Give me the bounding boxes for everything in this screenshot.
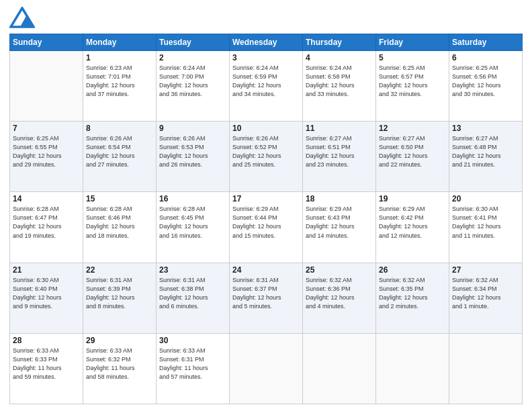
day-info: Sunrise: 6:29 AM Sunset: 6:43 PM Dayligh… bbox=[306, 205, 373, 240]
calendar-cell: 25Sunrise: 6:32 AM Sunset: 6:36 PM Dayli… bbox=[303, 263, 376, 333]
calendar-cell: 23Sunrise: 6:31 AM Sunset: 6:38 PM Dayli… bbox=[157, 263, 230, 333]
day-info: Sunrise: 6:25 AM Sunset: 6:56 PM Dayligh… bbox=[452, 64, 519, 99]
day-number: 29 bbox=[86, 336, 153, 345]
calendar-cell: 29Sunrise: 6:33 AM Sunset: 6:32 PM Dayli… bbox=[83, 333, 157, 404]
calendar-cell bbox=[10, 51, 83, 122]
day-number: 23 bbox=[159, 265, 226, 275]
day-number: 16 bbox=[159, 194, 226, 203]
calendar-cell bbox=[376, 333, 449, 404]
day-info: Sunrise: 6:26 AM Sunset: 6:53 PM Dayligh… bbox=[159, 134, 226, 169]
day-number: 7 bbox=[13, 124, 80, 133]
weekday-header-sunday: Sunday bbox=[10, 34, 83, 51]
calendar-cell: 26Sunrise: 6:32 AM Sunset: 6:35 PM Dayli… bbox=[376, 263, 449, 333]
day-number: 22 bbox=[86, 265, 153, 275]
day-number: 30 bbox=[159, 336, 226, 345]
day-number: 4 bbox=[306, 53, 373, 62]
day-info: Sunrise: 6:26 AM Sunset: 6:52 PM Dayligh… bbox=[232, 134, 300, 169]
day-number: 1 bbox=[86, 53, 153, 62]
calendar-cell bbox=[449, 333, 523, 404]
weekday-header-wednesday: Wednesday bbox=[230, 34, 303, 51]
day-info: Sunrise: 6:30 AM Sunset: 6:40 PM Dayligh… bbox=[13, 276, 80, 311]
calendar-cell: 6Sunrise: 6:25 AM Sunset: 6:56 PM Daylig… bbox=[449, 51, 523, 122]
day-number: 19 bbox=[379, 194, 446, 203]
logo-icon bbox=[9, 7, 35, 30]
day-info: Sunrise: 6:33 AM Sunset: 6:33 PM Dayligh… bbox=[13, 347, 80, 381]
weekday-header-tuesday: Tuesday bbox=[157, 34, 230, 51]
day-number: 20 bbox=[452, 194, 519, 203]
day-info: Sunrise: 6:25 AM Sunset: 6:57 PM Dayligh… bbox=[379, 64, 446, 99]
day-number: 15 bbox=[86, 194, 153, 203]
weekday-header-monday: Monday bbox=[83, 34, 157, 51]
day-number: 6 bbox=[452, 53, 519, 62]
day-number: 27 bbox=[452, 265, 519, 275]
day-info: Sunrise: 6:29 AM Sunset: 6:44 PM Dayligh… bbox=[232, 205, 300, 240]
day-info: Sunrise: 6:23 AM Sunset: 7:01 PM Dayligh… bbox=[86, 64, 153, 99]
calendar-cell: 17Sunrise: 6:29 AM Sunset: 6:44 PM Dayli… bbox=[230, 192, 303, 263]
calendar-week-row: 21Sunrise: 6:30 AM Sunset: 6:40 PM Dayli… bbox=[10, 263, 523, 333]
day-info: Sunrise: 6:27 AM Sunset: 6:51 PM Dayligh… bbox=[306, 134, 373, 169]
day-number: 24 bbox=[232, 265, 300, 275]
logo bbox=[9, 7, 38, 30]
day-number: 12 bbox=[379, 124, 446, 133]
day-info: Sunrise: 6:32 AM Sunset: 6:34 PM Dayligh… bbox=[452, 276, 519, 311]
calendar-cell: 8Sunrise: 6:26 AM Sunset: 6:54 PM Daylig… bbox=[83, 122, 157, 192]
day-number: 21 bbox=[13, 265, 80, 275]
calendar-cell: 11Sunrise: 6:27 AM Sunset: 6:51 PM Dayli… bbox=[303, 122, 376, 192]
day-number: 13 bbox=[452, 124, 519, 133]
day-number: 17 bbox=[232, 194, 300, 203]
day-info: Sunrise: 6:29 AM Sunset: 6:42 PM Dayligh… bbox=[379, 205, 446, 240]
day-number: 26 bbox=[379, 265, 446, 275]
calendar-cell: 28Sunrise: 6:33 AM Sunset: 6:33 PM Dayli… bbox=[10, 333, 83, 404]
calendar-cell: 5Sunrise: 6:25 AM Sunset: 6:57 PM Daylig… bbox=[376, 51, 449, 122]
day-info: Sunrise: 6:27 AM Sunset: 6:48 PM Dayligh… bbox=[452, 134, 519, 169]
day-info: Sunrise: 6:30 AM Sunset: 6:41 PM Dayligh… bbox=[452, 205, 519, 240]
day-info: Sunrise: 6:32 AM Sunset: 6:36 PM Dayligh… bbox=[306, 276, 373, 311]
day-number: 18 bbox=[306, 194, 373, 203]
calendar-week-row: 1Sunrise: 6:23 AM Sunset: 7:01 PM Daylig… bbox=[10, 51, 523, 122]
calendar-cell: 20Sunrise: 6:30 AM Sunset: 6:41 PM Dayli… bbox=[449, 192, 523, 263]
day-info: Sunrise: 6:28 AM Sunset: 6:45 PM Dayligh… bbox=[159, 205, 226, 240]
calendar-cell: 3Sunrise: 6:24 AM Sunset: 6:59 PM Daylig… bbox=[230, 51, 303, 122]
header bbox=[9, 7, 523, 30]
calendar-cell: 4Sunrise: 6:24 AM Sunset: 6:58 PM Daylig… bbox=[303, 51, 376, 122]
svg-marker-1 bbox=[20, 15, 34, 27]
weekday-header-row: SundayMondayTuesdayWednesdayThursdayFrid… bbox=[10, 34, 523, 51]
page: SundayMondayTuesdayWednesdayThursdayFrid… bbox=[0, 0, 532, 411]
calendar-cell: 24Sunrise: 6:31 AM Sunset: 6:37 PM Dayli… bbox=[230, 263, 303, 333]
calendar-table: SundayMondayTuesdayWednesdayThursdayFrid… bbox=[9, 34, 523, 404]
day-number: 3 bbox=[232, 53, 300, 62]
calendar-cell: 9Sunrise: 6:26 AM Sunset: 6:53 PM Daylig… bbox=[157, 122, 230, 192]
day-number: 28 bbox=[13, 336, 80, 345]
day-number: 14 bbox=[13, 194, 80, 203]
day-info: Sunrise: 6:24 AM Sunset: 6:58 PM Dayligh… bbox=[306, 64, 373, 99]
day-number: 10 bbox=[232, 124, 300, 133]
calendar-cell: 27Sunrise: 6:32 AM Sunset: 6:34 PM Dayli… bbox=[449, 263, 523, 333]
calendar-cell: 14Sunrise: 6:28 AM Sunset: 6:47 PM Dayli… bbox=[10, 192, 83, 263]
calendar-week-row: 7Sunrise: 6:25 AM Sunset: 6:55 PM Daylig… bbox=[10, 122, 523, 192]
calendar-cell: 7Sunrise: 6:25 AM Sunset: 6:55 PM Daylig… bbox=[10, 122, 83, 192]
day-info: Sunrise: 6:27 AM Sunset: 6:50 PM Dayligh… bbox=[379, 134, 446, 169]
calendar-cell: 13Sunrise: 6:27 AM Sunset: 6:48 PM Dayli… bbox=[449, 122, 523, 192]
weekday-header-thursday: Thursday bbox=[303, 34, 376, 51]
weekday-header-saturday: Saturday bbox=[449, 34, 523, 51]
day-info: Sunrise: 6:28 AM Sunset: 6:47 PM Dayligh… bbox=[13, 205, 80, 240]
day-info: Sunrise: 6:31 AM Sunset: 6:39 PM Dayligh… bbox=[86, 276, 153, 311]
day-number: 2 bbox=[159, 53, 226, 62]
calendar-cell: 2Sunrise: 6:24 AM Sunset: 7:00 PM Daylig… bbox=[157, 51, 230, 122]
calendar-week-row: 14Sunrise: 6:28 AM Sunset: 6:47 PM Dayli… bbox=[10, 192, 523, 263]
day-number: 5 bbox=[379, 53, 446, 62]
day-info: Sunrise: 6:33 AM Sunset: 6:32 PM Dayligh… bbox=[86, 347, 153, 381]
calendar-cell: 10Sunrise: 6:26 AM Sunset: 6:52 PM Dayli… bbox=[230, 122, 303, 192]
day-info: Sunrise: 6:24 AM Sunset: 7:00 PM Dayligh… bbox=[159, 64, 226, 99]
day-info: Sunrise: 6:31 AM Sunset: 6:37 PM Dayligh… bbox=[232, 276, 300, 311]
calendar-cell: 21Sunrise: 6:30 AM Sunset: 6:40 PM Dayli… bbox=[10, 263, 83, 333]
day-info: Sunrise: 6:31 AM Sunset: 6:38 PM Dayligh… bbox=[159, 276, 226, 311]
calendar-cell: 18Sunrise: 6:29 AM Sunset: 6:43 PM Dayli… bbox=[303, 192, 376, 263]
day-number: 25 bbox=[306, 265, 373, 275]
day-number: 8 bbox=[86, 124, 153, 133]
calendar-cell: 22Sunrise: 6:31 AM Sunset: 6:39 PM Dayli… bbox=[83, 263, 157, 333]
calendar-cell bbox=[230, 333, 303, 404]
calendar-week-row: 28Sunrise: 6:33 AM Sunset: 6:33 PM Dayli… bbox=[10, 333, 523, 404]
calendar-cell: 19Sunrise: 6:29 AM Sunset: 6:42 PM Dayli… bbox=[376, 192, 449, 263]
calendar-cell: 1Sunrise: 6:23 AM Sunset: 7:01 PM Daylig… bbox=[83, 51, 157, 122]
